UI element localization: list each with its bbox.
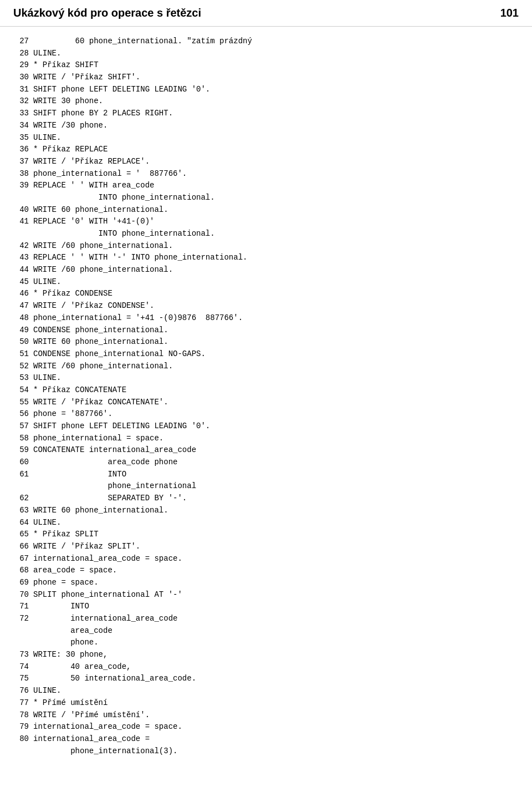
line-content: * Příkaz SPLIT: [33, 529, 99, 541]
line-content: phone_international: [33, 480, 196, 493]
code-line: 32WRITE 30 phone.: [13, 95, 519, 108]
code-line: 59CONCATENATE international_area_code: [13, 444, 519, 456]
code-line: 40WRITE 60 phone_international.: [13, 204, 519, 216]
line-content: SHIFT phone LEFT DELETING LEADING '0'.: [33, 420, 210, 433]
line-content: WRITE 60 phone_international.: [33, 204, 168, 216]
line-content: REPLACE ' ' WITH area_code: [33, 180, 154, 192]
page-header: Ukázkový kód pro operace s řetězci 101: [0, 0, 532, 27]
line-number: 56: [13, 408, 29, 420]
line-content: CONCATENATE international_area_code: [33, 444, 196, 456]
code-line: 61 INTO: [13, 469, 519, 481]
line-number: 76: [13, 685, 29, 697]
line-number: 75: [13, 673, 29, 685]
line-content: phone_international = '+41 -(0)9876 8877…: [33, 312, 243, 324]
line-number: 41: [13, 216, 29, 228]
line-content: WRITE / 'Příkaz SHIFT'.: [33, 72, 140, 84]
code-line: phone_international(3).: [13, 745, 519, 758]
line-content: WRITE /60 phone_international.: [33, 264, 173, 276]
line-number: 47: [13, 300, 29, 312]
code-line: 67international_area_code = space.: [13, 553, 519, 565]
line-content: international_area_code = space.: [33, 721, 182, 733]
line-content: * Příkaz SHIFT: [33, 59, 99, 72]
line-content: * Příkaz CONDENSE: [33, 288, 112, 300]
line-number: 60: [13, 456, 29, 469]
line-number: 36: [13, 144, 29, 156]
line-content: 60 phone_international. "zatím prázdný: [33, 35, 252, 48]
code-line: 60 area_code phone: [13, 456, 519, 469]
code-line: 48phone_international = '+41 -(0)9876 88…: [13, 312, 519, 324]
line-content: phone_international(3).: [33, 745, 177, 758]
line-content: WRITE /30 phone.: [33, 120, 108, 132]
code-line: 42WRITE /60 phone_international.: [13, 240, 519, 252]
line-content: international_area_code: [33, 613, 177, 625]
code-line: 74 40 area_code,: [13, 661, 519, 673]
line-content: WRITE / 'Příkaz SPLIT'.: [33, 541, 140, 553]
code-content: 27 60 phone_international. "zatím prázdn…: [0, 27, 532, 766]
line-content: area_code phone: [33, 456, 177, 469]
code-line: 72 international_area_code: [13, 613, 519, 625]
line-number: 66: [13, 541, 29, 553]
line-number: 74: [13, 661, 29, 673]
line-content: area_code = space.: [33, 565, 117, 577]
code-line: 30WRITE / 'Příkaz SHIFT'.: [13, 72, 519, 84]
line-content: ULINE.: [33, 685, 61, 697]
line-number: 69: [13, 577, 29, 589]
code-line: 34WRITE /30 phone.: [13, 120, 519, 132]
code-line: 69phone = space.: [13, 577, 519, 589]
line-content: international_area_code = space.: [33, 553, 182, 565]
line-content: phone = '887766'.: [33, 408, 112, 420]
line-number: 35: [13, 132, 29, 144]
line-number: 78: [13, 709, 29, 722]
line-number: 40: [13, 204, 29, 216]
line-number: 32: [13, 95, 29, 108]
code-line: 76ULINE.: [13, 685, 519, 697]
line-content: phone = space.: [33, 577, 99, 589]
code-line: phone.: [13, 637, 519, 649]
line-content: WRITE 60 phone_international.: [33, 336, 168, 348]
line-number: 79: [13, 721, 29, 733]
line-number: 62: [13, 493, 29, 505]
line-number: 49: [13, 324, 29, 337]
line-number: 50: [13, 336, 29, 348]
line-content: WRITE 60 phone_international.: [33, 505, 168, 517]
line-number: 77: [13, 697, 29, 709]
line-number: 67: [13, 553, 29, 565]
line-number: 44: [13, 264, 29, 276]
line-number: 68: [13, 565, 29, 577]
code-line: 36* Příkaz REPLACE: [13, 144, 519, 156]
line-content: ULINE.: [33, 48, 61, 60]
code-line: 52WRITE /60 phone_international.: [13, 361, 519, 373]
code-line: 43REPLACE ' ' WITH '-' INTO phone_intern…: [13, 252, 519, 264]
line-content: ULINE.: [33, 517, 61, 529]
line-content: * Přímé umístění: [33, 697, 108, 709]
code-line: phone_international: [13, 480, 519, 493]
line-content: CONDENSE phone_international NO-GAPS.: [33, 348, 206, 361]
code-line: 41REPLACE '0' WITH '+41-(0)': [13, 216, 519, 228]
code-line: 70SPLIT phone_international AT '-': [13, 589, 519, 601]
line-number: 52: [13, 361, 29, 373]
code-line: 58phone_international = space.: [13, 433, 519, 445]
code-line: 71 INTO: [13, 601, 519, 613]
code-line: 80international_area_code =: [13, 733, 519, 745]
line-number: 48: [13, 312, 29, 324]
code-line: 64ULINE.: [13, 517, 519, 529]
code-line: 49CONDENSE phone_international.: [13, 324, 519, 337]
code-line: 33SHIFT phone BY 2 PLACES RIGHT.: [13, 108, 519, 120]
line-number: 51: [13, 348, 29, 361]
line-content: WRITE / 'Přímé umístění'.: [33, 709, 150, 722]
code-line: 77* Přímé umístění: [13, 697, 519, 709]
line-content: CONDENSE phone_international.: [33, 324, 168, 337]
code-line: INTO phone_international.: [13, 192, 519, 204]
line-number: 80: [13, 733, 29, 745]
line-number: 43: [13, 252, 29, 264]
line-content: * Příkaz CONCATENATE: [33, 384, 126, 397]
line-number: 57: [13, 420, 29, 433]
line-content: SHIFT phone LEFT DELETING LEADING '0'.: [33, 84, 210, 96]
line-number: 39: [13, 180, 29, 192]
code-line: 37WRITE / 'Příkaz REPLACE'.: [13, 156, 519, 168]
code-line: 78WRITE / 'Přímé umístění'.: [13, 709, 519, 722]
code-line: 66WRITE / 'Příkaz SPLIT'.: [13, 541, 519, 553]
code-line: 79international_area_code = space.: [13, 721, 519, 733]
code-line: 68area_code = space.: [13, 565, 519, 577]
line-content: phone_international = space.: [33, 433, 163, 445]
